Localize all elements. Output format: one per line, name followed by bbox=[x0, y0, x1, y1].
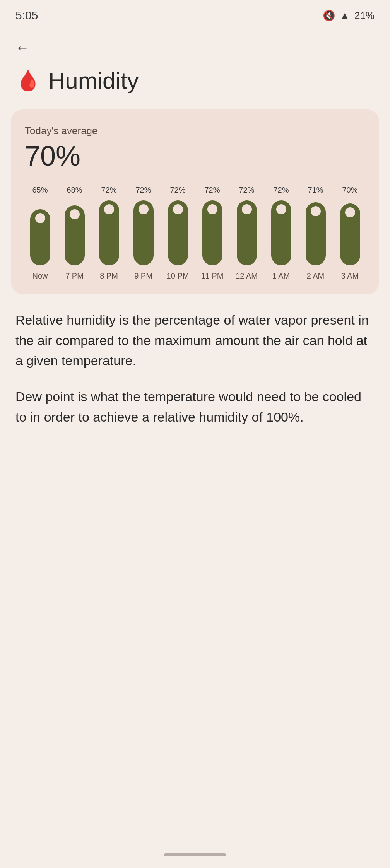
bar-drop-icon-3 bbox=[139, 204, 149, 214]
bar-body-8 bbox=[306, 202, 326, 265]
bar-drop-icon-5 bbox=[207, 204, 217, 214]
bar-body-9 bbox=[340, 203, 360, 265]
bottom-nav-indicator bbox=[164, 853, 226, 856]
bar-value-3: 72% bbox=[135, 186, 151, 195]
time-labels-row: Now7 PM8 PM9 PM10 PM11 PM12 AM1 AM2 AM3 … bbox=[25, 272, 365, 280]
bar-col-6: 72% bbox=[231, 186, 262, 265]
time-label-0: Now bbox=[25, 272, 55, 280]
bar-body-5 bbox=[202, 200, 222, 265]
time-label-6: 12 AM bbox=[231, 272, 262, 280]
bar-col-9: 70% bbox=[335, 186, 365, 265]
bar-value-9: 70% bbox=[342, 186, 358, 195]
battery-indicator: 21% bbox=[354, 10, 375, 22]
wifi-icon: ▲ bbox=[340, 10, 350, 22]
bar-drop-icon-2 bbox=[104, 204, 114, 214]
time-label-3: 9 PM bbox=[128, 272, 159, 280]
bar-wrapper-5 bbox=[202, 198, 222, 265]
bar-wrapper-4 bbox=[168, 198, 188, 265]
bar-body-6 bbox=[237, 200, 257, 265]
time-label-2: 8 PM bbox=[94, 272, 124, 280]
bar-value-5: 72% bbox=[204, 186, 220, 195]
bar-wrapper-2 bbox=[99, 198, 119, 265]
page-title: Humidity bbox=[48, 67, 139, 94]
humidity-chart: 65%68%72%72%72%72%72%72%71%70% bbox=[25, 186, 365, 265]
bar-wrapper-1 bbox=[65, 198, 85, 265]
bar-col-7: 72% bbox=[266, 186, 296, 265]
time-label-8: 2 AM bbox=[300, 272, 331, 280]
page-title-row: 🩸 Humidity bbox=[15, 67, 375, 94]
description-paragraph-1: Dew point is what the temperature would … bbox=[15, 386, 375, 427]
status-bar: 5:05 🔇 ▲ 21% bbox=[0, 0, 390, 28]
description-section: Relative humidity is the percentage of w… bbox=[15, 310, 375, 427]
bar-value-1: 68% bbox=[67, 186, 82, 195]
average-value: 70% bbox=[25, 140, 365, 172]
bar-drop-icon-1 bbox=[70, 209, 80, 219]
bar-drop-icon-4 bbox=[173, 204, 183, 214]
bar-wrapper-7 bbox=[271, 198, 291, 265]
status-icons: 🔇 ▲ 21% bbox=[323, 10, 375, 22]
bar-drop-icon-9 bbox=[345, 207, 355, 217]
bar-drop-icon-7 bbox=[276, 204, 286, 214]
bar-value-0: 65% bbox=[32, 186, 48, 195]
time-label-7: 1 AM bbox=[266, 272, 296, 280]
time-label-5: 11 PM bbox=[197, 272, 228, 280]
bar-body-4 bbox=[168, 200, 188, 265]
bar-drop-icon-6 bbox=[242, 204, 252, 214]
bar-body-2 bbox=[99, 200, 119, 265]
bar-value-4: 72% bbox=[170, 186, 185, 195]
back-button[interactable]: ← bbox=[15, 39, 29, 56]
bar-wrapper-6 bbox=[237, 198, 257, 265]
bar-col-0: 65% bbox=[25, 186, 55, 265]
bar-body-7 bbox=[271, 200, 291, 265]
bar-value-2: 72% bbox=[101, 186, 116, 195]
bar-body-1 bbox=[65, 205, 85, 265]
bar-wrapper-8 bbox=[306, 198, 326, 265]
bar-col-8: 71% bbox=[300, 186, 331, 265]
time-label-9: 3 AM bbox=[335, 272, 365, 280]
bar-col-5: 72% bbox=[197, 186, 228, 265]
humidity-card: Today's average 70% 65%68%72%72%72%72%72… bbox=[11, 109, 379, 294]
bar-body-3 bbox=[133, 200, 154, 265]
bar-col-4: 72% bbox=[162, 186, 193, 265]
bar-body-0 bbox=[30, 209, 50, 265]
bar-wrapper-9 bbox=[340, 198, 360, 265]
bar-drop-icon-8 bbox=[311, 206, 321, 216]
average-label: Today's average bbox=[25, 125, 365, 137]
back-arrow-icon: ← bbox=[15, 39, 29, 56]
status-time: 5:05 bbox=[15, 9, 38, 22]
bar-drop-icon-0 bbox=[35, 213, 45, 223]
bar-value-7: 72% bbox=[273, 186, 289, 195]
bar-col-2: 72% bbox=[94, 186, 124, 265]
description-paragraph-0: Relative humidity is the percentage of w… bbox=[15, 310, 375, 371]
bar-col-3: 72% bbox=[128, 186, 159, 265]
bar-wrapper-0 bbox=[30, 198, 50, 265]
time-label-1: 7 PM bbox=[59, 272, 90, 280]
mute-icon: 🔇 bbox=[323, 10, 335, 22]
bar-value-8: 71% bbox=[308, 186, 323, 195]
bar-wrapper-3 bbox=[133, 198, 154, 265]
humidity-drop-icon: 🩸 bbox=[15, 69, 41, 92]
bar-col-1: 68% bbox=[59, 186, 90, 265]
time-label-4: 10 PM bbox=[162, 272, 193, 280]
bar-value-6: 72% bbox=[239, 186, 254, 195]
